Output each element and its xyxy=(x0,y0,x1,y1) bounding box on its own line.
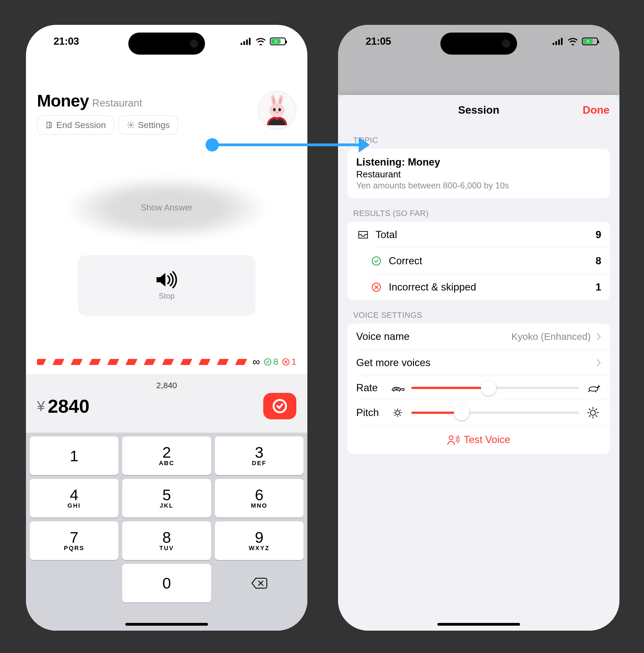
battery-icon: ⚡︎ xyxy=(582,38,598,45)
score-correct: 8 xyxy=(264,357,278,367)
chevron-right-icon xyxy=(596,333,601,341)
page-title: Money xyxy=(37,91,89,110)
topic-title: Listening: Money xyxy=(356,156,601,168)
voice-name-value: Kyoko (Enhanced) xyxy=(511,331,591,342)
total-row: Total 9 xyxy=(348,222,610,248)
sheet-title: Session xyxy=(458,104,499,116)
svg-point-4 xyxy=(49,125,49,125)
end-session-button[interactable]: End Session xyxy=(37,115,114,135)
key-9[interactable]: 9WXYZ xyxy=(215,522,304,560)
svg-rect-18 xyxy=(555,41,557,45)
infinity-icon: ∞ xyxy=(253,356,260,368)
test-voice-button[interactable]: Test Voice xyxy=(348,426,610,454)
key-empty xyxy=(30,564,118,603)
voice-section-header: VOICE SETTINGS xyxy=(338,300,619,323)
done-button[interactable]: Done xyxy=(583,104,610,116)
progress-bar-row: ∞ 8 1 xyxy=(37,356,296,368)
person-voice-icon xyxy=(447,434,459,445)
results-card: Total 9 Correct 8 Incorrect & skipped 1 xyxy=(348,222,610,300)
rate-slider[interactable] xyxy=(411,387,579,389)
svg-line-40 xyxy=(596,409,597,410)
settings-sheet: Session Done TOPIC Listening: Money Rest… xyxy=(338,95,619,631)
svg-rect-2 xyxy=(246,40,248,45)
key-3[interactable]: 3DEF xyxy=(215,436,304,475)
dynamic-island xyxy=(440,32,517,55)
home-indicator[interactable] xyxy=(125,623,208,626)
header: Money Restaurant End Session Settings xyxy=(37,91,296,135)
pitch-slider-thumb[interactable] xyxy=(454,405,469,420)
check-circle-icon xyxy=(372,256,381,266)
more-voices-row[interactable]: Get more voices xyxy=(348,350,610,376)
status-icons: ⚡︎ xyxy=(553,38,598,45)
gear-icon xyxy=(127,121,135,129)
status-bar: 21:05 ⚡︎ xyxy=(338,25,619,58)
status-bar: 21:03 ⚡︎ xyxy=(26,25,307,58)
total-label: Total xyxy=(376,229,590,241)
svg-line-41 xyxy=(589,415,590,416)
svg-rect-20 xyxy=(561,38,563,45)
svg-line-29 xyxy=(395,410,396,411)
sheet-navbar: Session Done xyxy=(338,95,619,125)
show-answer-button[interactable]: Show Answer xyxy=(37,203,296,213)
end-session-label: End Session xyxy=(56,120,106,130)
key-backspace[interactable] xyxy=(215,564,304,603)
score-incorrect: 1 xyxy=(282,357,296,367)
currency-symbol: ¥ xyxy=(37,398,45,414)
hare-icon xyxy=(585,383,601,393)
key-6[interactable]: 6MNO xyxy=(215,479,304,517)
svg-point-24 xyxy=(396,411,400,415)
tortoise-icon xyxy=(390,383,405,393)
svg-rect-0 xyxy=(241,43,242,45)
dynamic-island xyxy=(128,32,205,55)
correct-value: 8 xyxy=(595,255,601,267)
key-2[interactable]: 2ABC xyxy=(122,436,211,475)
svg-rect-17 xyxy=(553,43,554,45)
submit-button[interactable] xyxy=(263,393,296,419)
home-indicator[interactable] xyxy=(437,623,520,626)
stop-audio-button[interactable]: Stop xyxy=(78,255,256,316)
key-7[interactable]: 7PQRS xyxy=(30,522,118,560)
amount-input[interactable]: 2840 xyxy=(48,395,263,417)
rate-slider-row: Rate xyxy=(348,376,610,400)
status-time: 21:03 xyxy=(53,35,79,47)
test-voice-label: Test Voice xyxy=(464,434,510,445)
rate-slider-thumb[interactable] xyxy=(481,380,496,395)
avatar[interactable] xyxy=(258,91,296,130)
bunny-avatar-icon xyxy=(260,94,293,127)
incorrect-row: Incorrect & skipped 1 xyxy=(348,274,610,300)
voice-card: Voice name Kyoko (Enhanced) Get more voi… xyxy=(348,323,610,454)
svg-line-31 xyxy=(400,410,400,411)
keypad: 1 2ABC 3DEF 4GHI 5JKL 6MNO 7PQRS 8TUV 9W… xyxy=(26,433,307,631)
topic-card: Listening: Money Restaurant Yen amounts … xyxy=(348,149,610,198)
battery-icon: ⚡︎ xyxy=(270,38,286,45)
previous-amount: 2,840 xyxy=(26,381,307,390)
door-exit-icon xyxy=(45,121,53,129)
svg-point-11 xyxy=(273,108,276,112)
topic-subtitle: Restaurant xyxy=(356,169,601,179)
page-subtitle: Restaurant xyxy=(92,97,142,109)
voice-name-row[interactable]: Voice name Kyoko (Enhanced) xyxy=(348,323,610,349)
key-1[interactable]: 1 xyxy=(30,436,118,475)
status-time: 21:05 xyxy=(365,35,391,47)
svg-point-14 xyxy=(265,359,271,365)
settings-button[interactable]: Settings xyxy=(119,115,178,135)
svg-point-5 xyxy=(130,124,132,126)
key-0[interactable]: 0 xyxy=(122,564,211,603)
phone-quiz-screen: 21:03 ⚡︎ Money Restaurant End Session Se… xyxy=(26,25,307,631)
key-4[interactable]: 4GHI xyxy=(30,479,118,517)
svg-point-33 xyxy=(591,410,595,415)
topic-section-header: TOPIC xyxy=(338,125,619,149)
svg-line-30 xyxy=(400,415,400,415)
x-circle-icon xyxy=(282,358,290,366)
correct-label: Correct xyxy=(389,255,590,267)
svg-point-23 xyxy=(589,387,598,391)
key-8[interactable]: 8TUV xyxy=(122,522,211,560)
settings-label: Settings xyxy=(138,120,170,130)
pitch-slider[interactable] xyxy=(411,412,579,414)
chevron-right-icon xyxy=(596,359,601,367)
total-value: 9 xyxy=(595,229,601,241)
stop-label: Stop xyxy=(159,292,175,300)
voice-name-label: Voice name xyxy=(356,331,506,342)
key-5[interactable]: 5JKL xyxy=(122,479,211,517)
cellular-icon xyxy=(553,38,564,45)
